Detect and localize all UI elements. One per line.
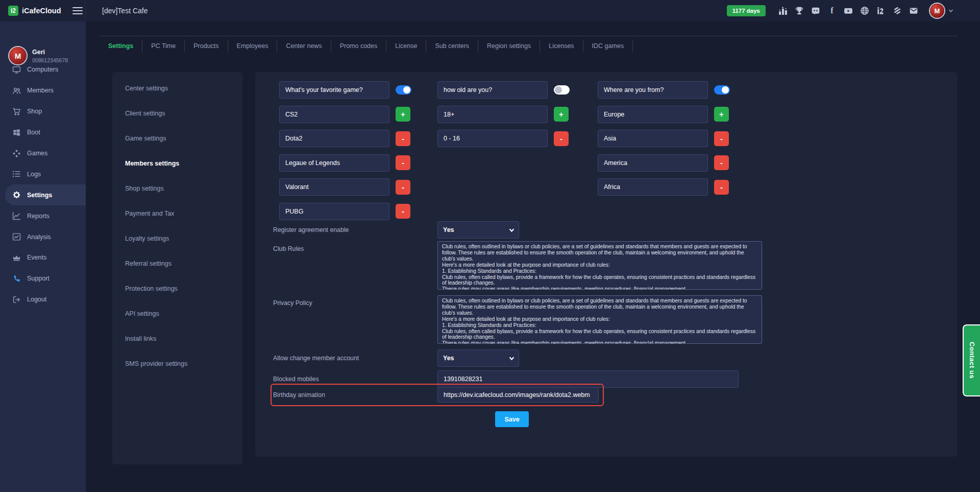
- icafe-i2-icon[interactable]: [876, 6, 887, 16]
- settings-nav-item[interactable]: Loyalty settings: [112, 226, 242, 251]
- sidebar-item-logout[interactable]: Logout: [0, 289, 86, 310]
- settings-nav-item[interactable]: Protection settings: [112, 276, 242, 301]
- club-rules-textarea[interactable]: Club rules, often outlined in bylaws or …: [437, 241, 762, 290]
- sidebar-item-logs[interactable]: Logs: [0, 163, 86, 184]
- settings-nav-item[interactable]: Payment and Tax: [112, 201, 242, 226]
- settings-nav-item[interactable]: API settings: [112, 301, 242, 326]
- sidebar-item-analysis[interactable]: Analysis: [0, 226, 86, 247]
- settings-nav-item[interactable]: Referral settings: [112, 251, 242, 276]
- tab[interactable]: Employees: [228, 39, 278, 53]
- sidebar-item-support[interactable]: Support: [0, 268, 86, 289]
- birthday-animation-label: Birthday animation: [273, 391, 437, 399]
- favorite-game-toggle[interactable]: [396, 85, 411, 95]
- game-option-input[interactable]: [279, 203, 389, 220]
- tab[interactable]: Center news: [277, 39, 331, 53]
- hamburger-menu-icon[interactable]: [72, 5, 83, 16]
- privacy-policy-textarea[interactable]: Club rules, often outlined in bylaws or …: [437, 295, 762, 344]
- register-agreement-select[interactable]: Yes: [437, 221, 519, 239]
- facebook-icon[interactable]: f: [827, 6, 838, 16]
- settings-nav-item[interactable]: SMS provider settings: [112, 351, 242, 376]
- cart-icon: [12, 107, 21, 116]
- settings-tabs: Settings PC Time Products Employees Cent…: [100, 36, 980, 55]
- age-option-add-remove-button[interactable]: +: [554, 107, 569, 122]
- sidebar-nav: Computers Members Shop Boot Games Logs S…: [0, 59, 86, 310]
- age-toggle[interactable]: [554, 85, 570, 95]
- game-option-add-remove-button[interactable]: -: [396, 204, 410, 219]
- tab[interactable]: License: [386, 39, 426, 53]
- tab[interactable]: Products: [185, 39, 228, 53]
- region-option-add-remove-button[interactable]: -: [714, 131, 729, 146]
- discord-icon[interactable]: [811, 6, 821, 16]
- sidebar-item-members[interactable]: Members: [0, 80, 86, 101]
- club-rules-label: Club Rules: [273, 241, 437, 252]
- settings-nav-item[interactable]: Center settings: [112, 76, 242, 101]
- region-option-add-remove-button[interactable]: -: [714, 180, 729, 195]
- age-option-input[interactable]: [437, 106, 548, 123]
- contact-us-tab[interactable]: Contact us: [963, 324, 980, 396]
- settings-nav-list: Center settings Client settings Game set…: [112, 76, 242, 376]
- sidebar-item-games[interactable]: Games: [0, 143, 86, 164]
- game-option-add-remove-button[interactable]: -: [396, 131, 410, 146]
- mail-icon[interactable]: [909, 6, 919, 16]
- question-input-region[interactable]: [598, 81, 708, 99]
- user-avatar[interactable]: M: [930, 4, 944, 18]
- sidebar-item-reports[interactable]: Reports: [0, 205, 86, 226]
- region-option-input[interactable]: [598, 106, 708, 123]
- sidebar-item-settings[interactable]: Settings: [5, 184, 86, 205]
- age-option-add-remove-button[interactable]: -: [554, 131, 569, 146]
- layers-icon[interactable]: [892, 6, 903, 16]
- region-option-input[interactable]: [598, 130, 708, 147]
- game-option-input[interactable]: [279, 178, 389, 196]
- settings-nav-item[interactable]: Client settings: [112, 101, 242, 126]
- question-column-age: + -: [437, 81, 570, 154]
- settings-nav-item[interactable]: Shop settings: [112, 176, 242, 201]
- save-button[interactable]: Save: [495, 411, 529, 427]
- game-option-input[interactable]: [279, 106, 389, 123]
- tab[interactable]: Settings: [100, 39, 142, 53]
- question-input-favorite-game[interactable]: [279, 81, 389, 99]
- birthday-animation-input[interactable]: [437, 387, 599, 403]
- youtube-icon[interactable]: [843, 6, 854, 16]
- register-agreement-row: Register agreement enable Yes: [273, 221, 519, 239]
- sidebar-item-computers[interactable]: Computers: [0, 59, 86, 80]
- region-toggle[interactable]: [714, 85, 730, 95]
- game-option-add-remove-button[interactable]: +: [396, 107, 410, 122]
- user-name: Geri: [32, 49, 68, 56]
- region-option-add-remove-button[interactable]: +: [714, 107, 729, 122]
- game-option-input[interactable]: [279, 130, 389, 147]
- settings-nav-item[interactable]: Members settings: [112, 151, 242, 176]
- age-option-input[interactable]: [437, 130, 548, 147]
- icafecloud-logo-icon: i2: [8, 6, 18, 16]
- question-input-age[interactable]: [437, 81, 548, 99]
- tab[interactable]: Promo codes: [331, 39, 387, 53]
- chevron-down-icon[interactable]: [948, 6, 953, 15]
- license-days-badge[interactable]: 1177 days: [727, 5, 766, 16]
- people-icon: [12, 86, 21, 95]
- windows-icon: [12, 128, 21, 137]
- sidebar-item-shop[interactable]: Shop: [0, 101, 86, 122]
- tab[interactable]: Licenses: [540, 39, 583, 53]
- privacy-policy-label: Privacy Policy: [273, 295, 437, 307]
- cafe-title: [dev]Test Cafe: [102, 7, 148, 15]
- settings-nav-item[interactable]: Game settings: [112, 126, 242, 151]
- allow-change-account-row: Allow change member account Yes: [273, 349, 519, 367]
- region-option-input[interactable]: [598, 178, 708, 196]
- tab[interactable]: IDC games: [583, 39, 633, 53]
- settings-nav-item[interactable]: Install links: [112, 326, 242, 351]
- allow-change-account-select[interactable]: Yes: [437, 349, 519, 367]
- region-option-add-remove-button[interactable]: -: [714, 155, 729, 170]
- trophy-icon[interactable]: [794, 6, 805, 16]
- globe-icon[interactable]: [860, 6, 870, 16]
- ranking-icon[interactable]: [778, 6, 789, 16]
- logo[interactable]: i2 iCafeCloud: [0, 0, 86, 21]
- game-option-add-remove-button[interactable]: -: [396, 155, 410, 170]
- tab[interactable]: Region settings: [478, 39, 540, 53]
- crown-icon: [12, 253, 21, 262]
- region-option-input[interactable]: [598, 154, 708, 172]
- game-option-add-remove-button[interactable]: -: [396, 180, 410, 195]
- sidebar-item-boot[interactable]: Boot: [0, 122, 86, 143]
- game-option-input[interactable]: [279, 154, 389, 172]
- sidebar-item-events[interactable]: Events: [0, 247, 86, 268]
- tab[interactable]: PC Time: [142, 39, 185, 53]
- tab[interactable]: Sub centers: [426, 39, 478, 53]
